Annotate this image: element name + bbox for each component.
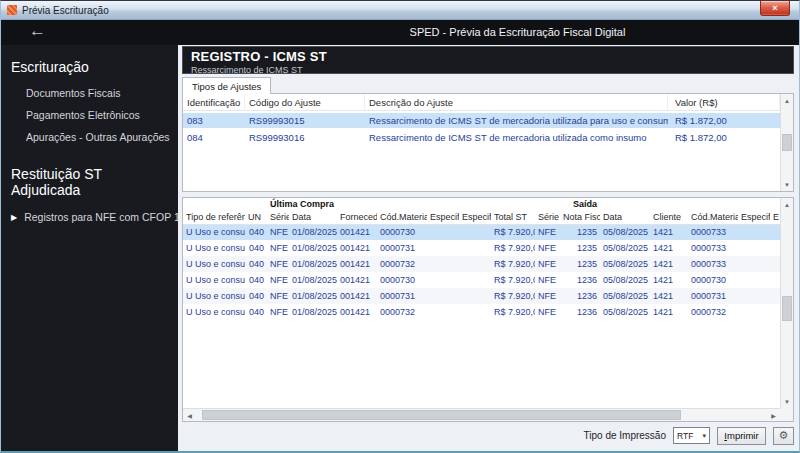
detalhes-horizontal-scrollbar[interactable]: ◀ ▶ — [183, 408, 780, 421]
col-header-descricao[interactable]: Descrição do Ajuste — [365, 94, 668, 110]
detalhe-cell: U Uso e consumo — [183, 288, 245, 304]
scroll-down-icon[interactable]: ▼ — [781, 395, 793, 408]
detalhe-cell — [738, 288, 770, 304]
col-header[interactable]: UN — [245, 210, 267, 224]
col-header[interactable]: Cliente — [650, 210, 688, 224]
detalhe-cell: 040 — [245, 256, 267, 272]
print-type-select[interactable]: RTF ▾ — [673, 427, 710, 444]
detalhe-row[interactable]: U Uso e consumo040NFE01/08/2025001421000… — [183, 304, 780, 320]
col-header[interactable]: Nota Fiscal — [560, 210, 600, 224]
page-title: REGISTRO - ICMS ST — [191, 49, 785, 64]
scroll-down-icon[interactable]: ▼ — [781, 178, 793, 191]
col-header[interactable]: Série — [267, 210, 289, 224]
col-header[interactable]: E — [770, 210, 780, 224]
sidebar-item-pagamentos-eletronicos[interactable]: Pagamentos Eletrônicos — [1, 104, 178, 126]
sidebar-item-label: Registros para NFE com CFOP 1603 — [24, 211, 197, 223]
scroll-thumb[interactable] — [782, 296, 792, 322]
tab-tipos-de-ajustes[interactable]: Tipos de Ajustes — [182, 77, 271, 94]
detalhe-cell: 01/08/2025 — [289, 272, 337, 288]
detalhe-cell: U Uso e consumo — [183, 256, 245, 272]
ajustes-table-header: Identificação Código do Ajuste Descrição… — [183, 94, 780, 111]
detalhe-cell: R$ 7.920,00 — [491, 288, 535, 304]
detalhe-cell — [770, 224, 780, 240]
titlebar[interactable]: Prévia Escrituração × — [1, 1, 799, 20]
col-header-identificacao[interactable]: Identificação — [183, 94, 245, 110]
sidebar-item-documentos-fiscais[interactable]: Documentos Fiscais — [1, 82, 178, 104]
col-header[interactable]: Data — [289, 210, 337, 224]
cell-valor: R$ 1.872,00 — [668, 113, 780, 128]
col-header-valor[interactable]: Valor (R$) — [668, 94, 780, 110]
col-header[interactable]: Série — [535, 210, 560, 224]
col-header[interactable]: Fornecedor — [337, 210, 377, 224]
detalhe-cell: NFE — [267, 304, 289, 320]
cell-codigo: RS99993015 — [245, 113, 365, 128]
scroll-up-icon[interactable]: ▲ — [781, 198, 793, 211]
detalhe-cell: 05/08/2025 — [600, 304, 650, 320]
detalhes-rows: U Uso e consumo040NFE01/08/2025001421000… — [183, 224, 780, 320]
detalhe-cell — [427, 304, 459, 320]
group-header-saida: Saída — [535, 198, 780, 210]
detalhes-column-header-row: Tipo de referência UN Série Data Fornece… — [183, 210, 780, 224]
detalhe-cell: NFE — [535, 272, 560, 288]
detalhe-cell — [427, 256, 459, 272]
back-button[interactable]: ← — [29, 21, 46, 41]
app-window: Prévia Escrituração × ← SPED - Prévia da… — [0, 0, 800, 453]
ajustes-table: Identificação Código do Ajuste Descrição… — [182, 93, 794, 192]
detalhe-cell: 001421 — [337, 288, 377, 304]
col-header[interactable]: Cód.Material — [377, 210, 427, 224]
col-header[interactable]: Tipo de referência — [183, 210, 245, 224]
close-button[interactable]: × — [760, 1, 790, 16]
detalhe-cell: NFE — [535, 304, 560, 320]
settings-button[interactable]: ⚙ — [773, 427, 794, 445]
scroll-thumb[interactable] — [202, 410, 682, 420]
sidebar-item-registros-nfe-cfop1603[interactable]: ▶ Registros para NFE com CFOP 1603 — [1, 205, 178, 229]
detalhe-cell: NFE — [267, 256, 289, 272]
detalhe-row[interactable]: U Uso e consumo040NFE01/08/2025001421000… — [183, 240, 780, 256]
chevron-down-icon: ▾ — [702, 432, 706, 440]
col-header-codigo[interactable]: Código do Ajuste — [245, 94, 365, 110]
detalhe-cell — [770, 240, 780, 256]
col-header[interactable]: Especif1 — [738, 210, 770, 224]
group-header-ultima-compra: Última Compra — [267, 198, 535, 210]
detalhe-row[interactable]: U Uso e consumo040NFE01/08/2025001421000… — [183, 256, 780, 272]
print-button[interactable]: Imprimir — [717, 427, 766, 445]
sidebar-item-apuracoes[interactable]: Apurações - Outras Apurações — [1, 126, 178, 148]
scroll-up-icon[interactable]: ▲ — [781, 94, 793, 107]
detalhe-row[interactable]: U Uso e consumo040NFE01/08/2025001421000… — [183, 272, 780, 288]
detalhe-cell: 0000732 — [377, 304, 427, 320]
scroll-right-icon[interactable]: ▶ — [767, 409, 780, 421]
detalhes-vertical-scrollbar[interactable]: ▲ ▼ — [780, 198, 793, 408]
col-header[interactable]: Especif2 — [459, 210, 491, 224]
detalhe-cell: 040 — [245, 288, 267, 304]
col-header[interactable]: Total ST — [491, 210, 535, 224]
detalhe-cell: 01/08/2025 — [289, 240, 337, 256]
detalhe-cell: 0000732 — [377, 256, 427, 272]
col-header[interactable]: Cód.Material — [688, 210, 738, 224]
detalhe-cell: 1421 — [650, 224, 688, 240]
detalhe-cell: 01/08/2025 — [289, 224, 337, 240]
ajuste-row[interactable]: 083RS99993015Ressarcimento de ICMS ST de… — [183, 113, 780, 128]
cell-valor: R$ 1.872,00 — [668, 130, 780, 145]
window-title: Prévia Escrituração — [22, 5, 109, 16]
detalhe-cell: U Uso e consumo — [183, 240, 245, 256]
detalhe-cell: R$ 7.920,00 — [491, 240, 535, 256]
detalhe-cell: NFE — [267, 288, 289, 304]
detalhe-cell: 1421 — [650, 240, 688, 256]
scroll-thumb[interactable] — [782, 134, 792, 151]
detalhe-row[interactable]: U Uso e consumo040NFE01/08/2025001421000… — [183, 288, 780, 304]
detalhe-cell — [738, 256, 770, 272]
cell-descricao: Ressarcimento de ICMS ST de mercadoria u… — [365, 113, 668, 128]
back-arrow-icon: ← — [29, 21, 46, 40]
detalhe-cell — [459, 272, 491, 288]
detalhe-cell — [459, 304, 491, 320]
ajuste-row[interactable]: 084RS99993016Ressarcimento de ICMS ST de… — [183, 130, 780, 145]
col-header[interactable]: Especif1 — [427, 210, 459, 224]
scroll-left-icon[interactable]: ◀ — [183, 409, 196, 421]
ajustes-vertical-scrollbar[interactable]: ▲ ▼ — [780, 94, 793, 191]
detalhe-cell: R$ 7.920,00 — [491, 272, 535, 288]
detalhes-table: Última Compra Saída Tipo de referência U… — [182, 197, 794, 422]
sidebar: Escrituração Documentos Fiscais Pagament… — [1, 45, 178, 451]
detalhe-cell: 0000730 — [688, 272, 738, 288]
detalhe-row[interactable]: U Uso e consumo040NFE01/08/2025001421000… — [183, 224, 780, 240]
col-header[interactable]: Data — [600, 210, 650, 224]
